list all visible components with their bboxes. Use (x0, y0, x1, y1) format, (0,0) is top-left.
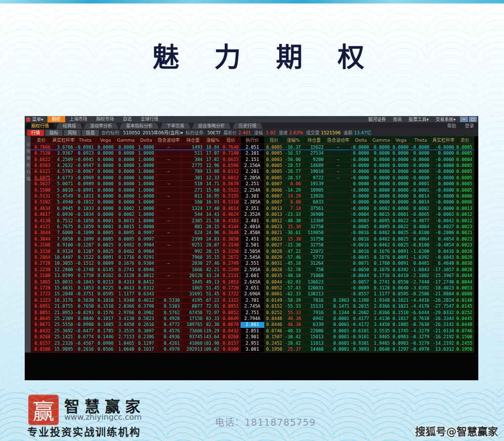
cell: 0.0000 (96, 211, 116, 217)
tab-0[interactable]: 期权行情 (25, 123, 55, 129)
selected-strike-cell[interactable]: 2.801 (241, 322, 264, 328)
cell: 4.2509 (52, 157, 75, 162)
cell: 0.6774 (75, 334, 96, 340)
menubar-item[interactable]: 自选 (119, 116, 136, 122)
toolbar-button[interactable]: 信息 (82, 130, 99, 136)
cell: -0.1843 (75, 279, 96, 285)
tabrow-link[interactable]: 登录 (461, 123, 478, 129)
table-row[interactable]: 0.186515.0031-0.18430.02130.43130.841218… (31, 279, 474, 285)
tab-6[interactable]: 历史行情 (232, 123, 263, 129)
cell: 0.0000 (351, 150, 371, 156)
cell: 1.0000 (136, 150, 156, 156)
cell: 15622 (303, 144, 326, 150)
tab-2[interactable]: 波动率分析 (84, 123, 119, 129)
table-row[interactable]: 0.51315.45490.10110.00000.00001.0000–811… (31, 193, 474, 199)
tabrow-link[interactable]: 帮助 (443, 123, 461, 129)
maximize-button[interactable]: □ (469, 117, 477, 122)
cell: 0.9904 (136, 242, 156, 248)
cell: -0.0000 (431, 187, 456, 193)
app-footer-blank (25, 353, 478, 380)
menubar-item[interactable]: 上海市场 (65, 116, 92, 122)
table-row[interactable]: 0.41386.7512-0.10580.00010.00151.0000–23… (31, 218, 474, 224)
table-row[interactable]: 0.71203.93670.09230.00000.00001.00005111… (31, 150, 474, 156)
minimize-button[interactable]: ─ (460, 117, 468, 122)
cell: 0.0108 (221, 346, 241, 352)
menubar-right-item[interactable]: 交易系统▾ (432, 116, 459, 122)
table-row[interactable]: 0.085121.8953-0.82930.15762.97660.39020.… (31, 310, 474, 316)
table-row[interactable]: 0.66224.2509-0.09450.00000.00001.0000–38… (31, 157, 474, 162)
table-row[interactable]: 0.272810.3055-0.15120.00890.16760.9304–2… (31, 261, 474, 267)
table-row[interactable]: 0.064525.23090.88460.18173.41300.58230.4… (31, 316, 474, 321)
cell: 0.0145 (456, 304, 474, 310)
tab-1[interactable]: 经典版 (56, 123, 83, 129)
table-row[interactable]: 0.38447.68500.10990.00050.00950.99972399… (31, 236, 474, 242)
cell: 3.3535 (116, 328, 136, 334)
tab-5[interactable]: 组合策略分析 (192, 123, 231, 129)
cell: 0.2238 (31, 267, 52, 273)
table-row[interactable]: 0.41216.76750.10590.00010.00151.00008812… (31, 224, 474, 230)
column-header: Gamma (116, 136, 136, 144)
table-row[interactable]: 0.067125.5550-0.89000.18053.44500.26160.… (31, 322, 474, 328)
cell: 0.2672 (221, 254, 241, 260)
column-header: 涨幅% (205, 136, 221, 144)
table-row[interactable]: 0.026825.14210.67740.14462.71530.23960.4… (31, 334, 474, 340)
table-row[interactable]: 0.55005.0010-0.09910.00000.00001.0000271… (31, 187, 474, 193)
cell: 0.0091 (392, 261, 411, 267)
cell: 6.0930 (52, 211, 75, 217)
cell: – (156, 157, 182, 162)
menu-button[interactable]: 菜单▾ (32, 116, 47, 122)
table-row[interactable]: 0.172315.2048-0.37510.05951.11770.634331… (31, 291, 474, 297)
table-row[interactable]: 0.172815.60310.18530.02250.46130.8312–18… (31, 285, 474, 291)
table-row[interactable]: 0.31588.91240.12070.00250.04620.99849922… (31, 248, 474, 254)
toolbar-button[interactable]: 行情 (27, 130, 44, 136)
table-row[interactable]: 0.51025.4940-0.10120.00000.00001.0000160… (31, 200, 474, 205)
menubar-right-item[interactable]: 银河证券 (365, 116, 389, 122)
table-row[interactable]: 0.095121.87550.76500.15102.83660.37980.5… (31, 304, 474, 310)
cell: 0.0000 (116, 193, 136, 199)
column-header: 真实杠杆率 (431, 136, 456, 144)
table-row[interactable]: 0.31008.9100-0.12070.00250.04620.9904–92… (31, 242, 474, 248)
table-row[interactable]: 0.223812.2800-0.17480.01450.27410.894616… (31, 267, 474, 273)
menubar-item[interactable]: 期权市场 (92, 116, 119, 122)
cell: -26.3141 (431, 322, 456, 328)
cell: 0.4144 (221, 224, 241, 230)
tab-4[interactable]: 下单交易 (160, 123, 191, 129)
month-selector[interactable]: 2015年06月(当月)▾ (142, 129, 183, 136)
menubar-item[interactable]: 期权 (47, 116, 65, 122)
cell: 0.4613 (116, 285, 136, 291)
cell: 1.0000 (136, 187, 156, 193)
menubar-right-item[interactable]: 股票工具▾ (405, 116, 432, 122)
cell: 1.0000 (136, 144, 156, 150)
table-row[interactable]: 0.010615.90950.26160.05661.06400.16170.4… (31, 346, 474, 352)
table-row[interactable]: 0.36447.6000-0.10990.00050.00950.9997–62… (31, 230, 474, 236)
table-row[interactable]: 0.46176.0930-0.10340.00000.00021.0000544… (31, 211, 474, 217)
table-row[interactable]: 0.76663.6766-0.09010.00000.00001.0000–14… (31, 144, 474, 150)
table-row[interactable]: 0.015723.2326-0.45670.09001.04650.12970.… (31, 340, 474, 346)
underlying-label: 标的证券: (185, 129, 205, 136)
table-row[interactable]: 0.132316.31760.56300.10101.93480.46120.5… (31, 297, 474, 303)
stat-value: -1.92 (264, 130, 276, 135)
cell: 8877 (182, 304, 205, 310)
cell: 0.7650 (75, 304, 96, 310)
table-row[interactable]: 0.61214.5703-0.09670.00000.00001.0000–78… (31, 169, 474, 175)
table-row[interactable]: 0.043225.3692-0.84770.17853.35350.38970.… (31, 328, 474, 334)
cell: – (156, 230, 182, 236)
toolbar-button[interactable]: 指标 (45, 130, 62, 136)
table-row[interactable]: 0.65634.2632-0.09470.00000.00001.0000277… (31, 162, 474, 168)
tab-3[interactable]: 基本指标分析 (120, 123, 159, 129)
menubar-item[interactable]: 全球行情 (136, 116, 163, 122)
table-row[interactable]: 0.60754.6773-0.09690.00000.00001.0000301… (31, 175, 474, 181)
cell: -16.57 (284, 150, 303, 156)
table-row[interactable]: 0.218813.05990.17580.01620.31280.8812–20… (31, 273, 474, 279)
cell: 0.0640 (392, 285, 411, 291)
cell: -28.57 (284, 162, 303, 168)
column-header: 隐含波动率 (156, 136, 182, 144)
table-row[interactable]: 0.286410.44970.15220.00910.17160.9291796… (31, 254, 474, 260)
menubar-right-item[interactable]: 资讯 (389, 116, 405, 122)
cell: 0.0000 (371, 162, 392, 168)
table-row[interactable]: 0.56275.00710.09890.00000.00001.0000–518… (31, 181, 474, 187)
cell: 301 (182, 175, 205, 181)
toolbar-button[interactable]: 风险 (64, 130, 81, 136)
table-row[interactable]: 0.46346.09450.10330.00000.00021.0000–132… (31, 205, 474, 211)
cell: 0.3140 (221, 242, 241, 248)
